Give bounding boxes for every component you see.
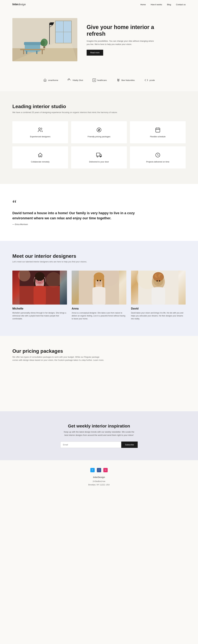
anna-name: Anna [72,307,126,310]
michelle-photo [12,270,67,304]
facebook-icon[interactable]: f [97,468,101,472]
features-grid: Experienced designers Friendly pricing p… [12,121,186,168]
hero-image [12,18,77,61]
email-input[interactable] [60,442,121,448]
twitter-icon[interactable]: T [90,468,95,472]
brand-ycode: ycode [144,78,155,82]
feature-delivery: Delivered to your door [71,146,127,168]
svg-point-26 [39,128,41,130]
nav-home[interactable]: Home [140,4,146,6]
leaf-icon [67,78,71,82]
footer: T f in InterDesign 24 Bedford Ave Brookl… [0,460,198,493]
nav-blog[interactable]: Blog [167,4,171,6]
svg-point-73 [159,280,160,282]
michelle-bio: Michelle's personality shines through in… [12,312,67,320]
svg-point-75 [151,287,165,290]
svg-rect-12 [36,51,38,54]
hero-text: Give your home interior a refresh Imagin… [87,24,155,56]
svg-point-72 [156,280,158,282]
footer-logo-suffix: Design [98,476,105,478]
brand-smarthome-label: smarthome [48,79,58,82]
brand-healthcare: healthcare. [92,78,107,82]
footer-logo: InterDesign [12,475,186,479]
instagram-icon[interactable]: in [103,468,108,472]
brand-bee-label: Bee Naturelles. [121,79,135,82]
svg-rect-32 [97,153,100,156]
svg-point-60 [93,287,105,290]
svg-point-58 [100,280,101,282]
svg-rect-11 [26,51,27,54]
studio-title: Leading interior studio [12,104,186,109]
house-icon [43,78,47,82]
anna-bio: Anna is a conceptual designer. She takes… [72,312,126,320]
brand-smarthome: smarthome [43,78,58,82]
brand-healthcare-label: healthcare. [97,79,107,82]
newsletter-title: Get weekly interior inspiration [12,424,186,428]
testimonial-quote: David turned a house into a home! Our fa… [12,210,136,221]
svg-rect-21 [42,50,43,54]
nav-how-it-works[interactable]: How it works [151,4,162,6]
bee-icon [116,78,120,82]
logo-suffix: design [19,3,26,6]
feature-remote-label: Collaborate remotely [31,160,50,163]
pricing-subtitle: We offer two types of consultation packa… [12,356,105,362]
feature-remote: Collaborate remotely [12,146,68,168]
footer-info: InterDesign 24 Bedford Ave Brooklyn, NY … [12,475,186,486]
brand-vitality: Vitality Shot [67,78,83,82]
hero-description: Imagine the possibilities. You can chang… [87,40,155,46]
david-photo [131,270,186,304]
navigation: Interdesign Home How it works Blog Conta… [0,0,198,9]
david-bio: David takes your vision and brings it to… [131,312,186,320]
users-icon [37,127,43,133]
newsletter-section: Get weekly interior inspiration Keep up … [0,411,198,460]
svg-rect-28 [156,128,160,132]
feature-schedule: Flexible schedule [130,121,186,143]
nav-links: Home How it works Blog Contact us [140,3,186,6]
pricing-section: Our pricing packages We offer two types … [0,336,198,412]
designer-michelle: Michelle Michelle's personality shines t… [12,270,67,320]
designers-section: Meet our interior designers Let's meet o… [0,241,198,336]
hero-title: Give your home interior a refresh [87,24,155,37]
svg-point-44 [40,280,42,281]
home-icon [37,152,43,158]
designers-title: Meet our interior designers [12,253,186,259]
feature-ontime: Projects delivered on time [130,146,186,168]
footer-address-line2: Brooklyn, NY 11222, USA [12,483,186,487]
cross-icon [92,78,96,82]
svg-point-43 [38,280,39,281]
anna-photo [72,270,126,304]
svg-rect-10 [24,42,41,45]
svg-point-33 [97,156,98,157]
designers-subtitle: Let's meet our talented interior designe… [12,260,186,263]
feature-designers-label: Experienced designers [30,136,50,138]
logo-prefix: Inter [12,3,19,6]
footer-address-line1: 24 Bedford Ave [12,480,186,483]
dollar-icon [96,127,102,133]
subscribe-button[interactable]: Subscribe [121,442,138,448]
testimonial-attribution: — Erica Morrison [12,223,186,226]
hero-cta-button[interactable]: Read more [87,50,103,56]
truck-icon [96,152,102,158]
designer-anna: Anna Anna is a conceptual designer. She … [72,270,126,320]
brands-bar: smarthome Vitality Shot healthcare. Bee … [0,74,198,91]
svg-point-15 [41,40,45,46]
brand-vitality-label: Vitality Shot [72,79,83,82]
newsletter-form: Subscribe [60,442,138,448]
feature-pricing: Friendly pricing packages [71,121,127,143]
pricing-title: Our pricing packages [12,348,186,354]
social-links: T f in [12,468,186,472]
feature-ontime-label: Projects delivered on time [146,160,169,163]
feature-schedule-label: Flexible schedule [150,136,165,138]
studio-section: Leading interior studio We have a combin… [0,91,198,184]
michelle-name: Michelle [12,307,67,310]
newsletter-description: Keep up with the latest design trends wi… [63,430,135,437]
svg-point-48 [41,281,42,282]
nav-contact[interactable]: Contact us [176,4,186,6]
feature-pricing-label: Friendly pricing packages [88,136,110,138]
svg-point-71 [159,275,164,279]
david-name: David [131,307,186,310]
svg-point-57 [97,280,98,282]
pricing-cards-placeholder [12,362,186,393]
code-icon [144,78,148,82]
feature-delivery-label: Delivered to your door [89,160,109,163]
